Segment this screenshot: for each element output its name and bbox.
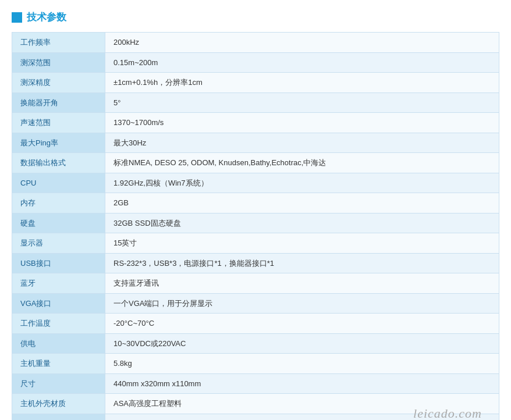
spec-label: VGA接口 — [12, 293, 105, 314]
table-row: 数据输出格式标准NMEA, DESO 25, ODOM, Knudsen,Bat… — [12, 153, 499, 173]
spec-value: RS-232*3，USB*3，电源接口*1，换能器接口*1 — [105, 253, 499, 273]
header-icon — [12, 12, 22, 23]
spec-label: 测深精度 — [12, 73, 105, 93]
watermark: leicado.com — [413, 406, 482, 420]
spec-label: 尺寸 — [12, 373, 105, 394]
spec-value: 2GB — [105, 193, 499, 213]
spec-value: 10~30VDC或220VAC — [105, 333, 499, 354]
spec-label: 测深范围 — [12, 52, 105, 73]
spec-value: 最大30Hz — [105, 133, 499, 153]
spec-label: 数据输出格式 — [12, 153, 105, 173]
spec-value: 1.92GHz,四核（Win7系统） — [105, 173, 499, 193]
table-row: VGA接口一个VGA端口，用于分屏显示 — [12, 293, 499, 314]
spec-label: 蓝牙 — [12, 273, 105, 294]
spec-value: 支持蓝牙通讯 — [105, 273, 499, 294]
spec-value: 1370~1700m/s — [105, 113, 499, 133]
table-row: 硬盘32GB SSD固态硬盘 — [12, 213, 499, 233]
header-title: 技术参数 — [27, 10, 66, 24]
table-row: 内存2GB — [12, 193, 499, 213]
spec-label: 硬盘 — [12, 213, 105, 233]
spec-value: -20°C~70°C — [105, 314, 499, 334]
table-row: 换能器开角5° — [12, 92, 499, 113]
table-row: 供电10~30VDC或220VAC — [12, 333, 499, 354]
spec-value: 32GB SSD固态硬盘 — [105, 213, 499, 233]
spec-value: 15英寸 — [105, 233, 499, 254]
spec-label: 主机外壳材质 — [12, 394, 105, 414]
table-row: 显示器15英寸 — [12, 233, 499, 254]
spec-label: 工作温度 — [12, 314, 105, 334]
table-row: CPU1.92GHz,四核（Win7系统） — [12, 173, 499, 193]
spec-table-container: 工作频率200kHz测深范围0.15m~200m测深精度±1cm+0.1%h，分… — [12, 32, 499, 420]
table-row: 声速范围1370~1700m/s — [12, 113, 499, 133]
table-row: 测深精度±1cm+0.1%h，分辨率1cm — [12, 73, 499, 93]
spec-label: CPU — [12, 173, 105, 193]
spec-value: 0.15m~200m — [105, 52, 499, 73]
spec-value: 一个VGA端口，用于分屏显示 — [105, 293, 499, 314]
section-header: 技术参数 — [12, 10, 499, 24]
spec-label: 主机重量 — [12, 354, 105, 374]
table-row: 最大Ping率最大30Hz — [12, 133, 499, 153]
spec-value: 5.8kg — [105, 354, 499, 374]
table-row: 尺寸440mm x320mm x110mm — [12, 373, 499, 394]
spec-value: 标准NMEA, DESO 25, ODOM, Knudsen,Bathy,Ech… — [105, 153, 499, 173]
spec-label: 显示器 — [12, 233, 105, 254]
table-row: 工作频率200kHz — [12, 33, 499, 53]
spec-label: 供电 — [12, 333, 105, 354]
spec-label: USB接口 — [12, 253, 105, 273]
table-row: 主机重量5.8kg — [12, 354, 499, 374]
table-row: 工作温度-20°C~70°C — [12, 314, 499, 334]
spec-label: 内存 — [12, 193, 105, 213]
spec-label: 最大Ping率 — [12, 133, 105, 153]
table-row: 蓝牙支持蓝牙通讯 — [12, 273, 499, 294]
spec-value: 440mm x320mm x110mm — [105, 373, 499, 394]
table-row: 测深范围0.15m~200m — [12, 52, 499, 73]
spec-label: 工作频率 — [12, 33, 105, 53]
spec-value: 200kHz — [105, 33, 499, 53]
spec-value: ±1cm+0.1%h，分辨率1cm — [105, 73, 499, 93]
spec-value: 5° — [105, 92, 499, 113]
spec-table: 工作频率200kHz测深范围0.15m~200m测深精度±1cm+0.1%h，分… — [12, 32, 499, 420]
spec-label: 内置软件 — [12, 414, 105, 420]
spec-label: 声速范围 — [12, 113, 105, 133]
table-row: USB接口RS-232*3，USB*3，电源接口*1，换能器接口*1 — [12, 253, 499, 273]
spec-label: 换能器开角 — [12, 92, 105, 113]
